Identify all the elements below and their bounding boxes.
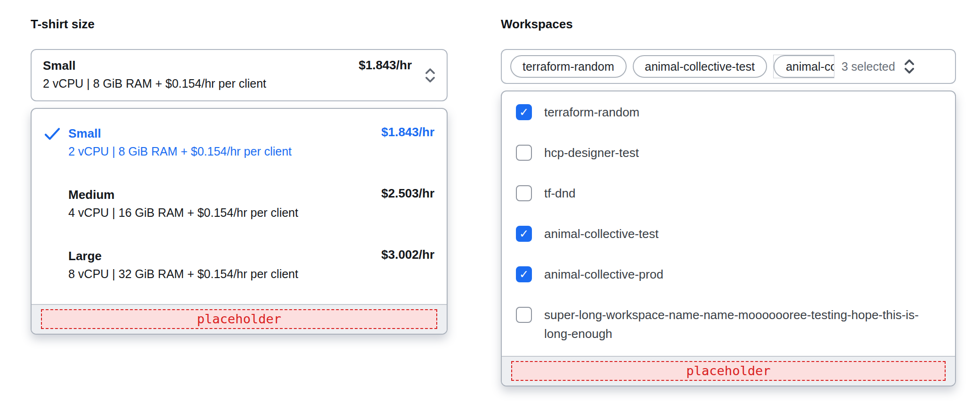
workspace-tag: animal-collective-test — [633, 55, 767, 78]
workspaces-options-list: terraform-random hcp-designer-test tf-dn… — [502, 91, 955, 356]
workspace-option-tf-dnd[interactable]: tf-dnd — [516, 173, 944, 214]
option-title: Medium — [68, 186, 381, 203]
chevron-up-down-icon — [903, 58, 915, 75]
workspaces-dropdown: terraform-random hcp-designer-test tf-dn… — [501, 90, 956, 386]
footer-placeholder: placeholder — [41, 309, 437, 329]
dropdown-footer: placeholder — [32, 304, 447, 334]
workspace-option-animal-collective-test[interactable]: animal-collective-test — [516, 214, 944, 254]
size-option-small[interactable]: Small $1.843/hr 2 vCPU | 8 GiB RAM + $0.… — [32, 113, 447, 174]
dropdown-footer: placeholder — [502, 356, 955, 386]
selected-size-title: Small — [43, 57, 362, 74]
workspace-option-label: terraform-random — [544, 103, 639, 122]
option-title: Small — [68, 125, 381, 142]
workspace-tag-clipped: animal-collective-prod — [773, 55, 834, 78]
footer-placeholder: placeholder — [511, 361, 946, 381]
workspace-tag: terraform-random — [510, 55, 627, 78]
workspace-option-label: super-long-workspace-name-name-moooooore… — [544, 305, 944, 343]
option-title: Large — [68, 247, 381, 264]
selected-size-description: 2 vCPU | 8 GiB RAM + $0.154/hr per clien… — [43, 74, 362, 93]
checkbox[interactable] — [516, 307, 532, 323]
tshirt-size-select-trigger[interactable]: Small 2 vCPU | 8 GiB RAM + $0.154/hr per… — [31, 49, 448, 101]
option-price: $2.503/hr — [381, 186, 434, 201]
chevron-up-down-icon — [424, 67, 436, 84]
workspace-option-label: animal-collective-test — [544, 224, 659, 243]
workspace-option-hcp-designer-test[interactable]: hcp-designer-test — [516, 132, 944, 173]
size-option-large[interactable]: Large $3.002/hr 8 vCPU | 32 GiB RAM + $0… — [32, 235, 447, 296]
workspace-option-terraform-random[interactable]: terraform-random — [516, 92, 944, 132]
checkbox[interactable] — [516, 226, 532, 242]
workspace-option-label: hcp-designer-test — [544, 143, 639, 162]
tshirt-size-label: T-shirt size — [31, 17, 448, 31]
tshirt-size-section: T-shirt size Small 2 vCPU | 8 GiB RAM + … — [31, 17, 448, 335]
option-description: 8 vCPU | 32 GiB RAM + $0.154/hr per clie… — [68, 264, 381, 283]
selected-count-label: 3 selected — [841, 60, 895, 74]
option-price: $1.843/hr — [381, 125, 434, 140]
check-icon — [44, 186, 68, 222]
selected-size-price: $1.843/hr — [359, 58, 412, 73]
size-option-medium[interactable]: Medium $2.503/hr 4 vCPU | 16 GiB RAM + $… — [32, 174, 447, 235]
tshirt-size-dropdown: Small $1.843/hr 2 vCPU | 8 GiB RAM + $0.… — [31, 108, 448, 335]
check-icon — [44, 125, 68, 161]
checkbox[interactable] — [516, 185, 532, 201]
workspace-option-label: animal-collective-prod — [544, 265, 663, 284]
checkbox[interactable] — [516, 104, 532, 120]
workspaces-select-trigger[interactable]: terraform-random animal-collective-test … — [501, 49, 956, 84]
option-description: 4 vCPU | 16 GiB RAM + $0.154/hr per clie… — [68, 203, 381, 222]
option-price: $3.002/hr — [381, 247, 434, 262]
check-icon — [44, 247, 68, 283]
checkbox[interactable] — [516, 145, 532, 161]
workspaces-section: Workspaces terraform-random animal-colle… — [501, 17, 956, 386]
checkbox[interactable] — [516, 266, 532, 282]
workspace-option-super-long[interactable]: super-long-workspace-name-name-moooooore… — [516, 295, 944, 354]
size-options-list: Small $1.843/hr 2 vCPU | 8 GiB RAM + $0.… — [32, 109, 447, 304]
option-description: 2 vCPU | 8 GiB RAM + $0.154/hr per clien… — [68, 142, 381, 161]
workspace-option-animal-collective-prod[interactable]: animal-collective-prod — [516, 254, 944, 295]
workspace-tag: animal-collective-prod — [774, 55, 834, 78]
workspaces-label: Workspaces — [501, 17, 956, 31]
workspace-option-label: tf-dnd — [544, 184, 576, 203]
